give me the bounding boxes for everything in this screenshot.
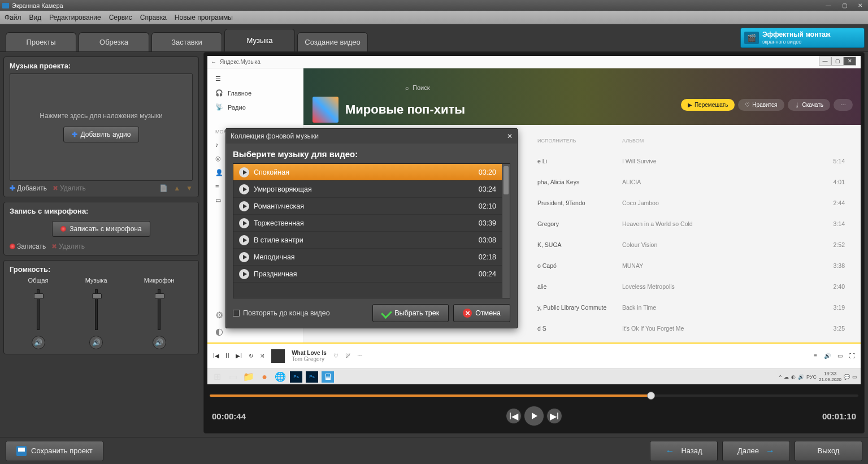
- mute-music-button[interactable]: 🔊: [89, 336, 103, 349]
- yx-track-row[interactable]: y, Public Library CommuteBack in Time3:1…: [537, 298, 853, 317]
- tab-intros[interactable]: Заставки: [151, 32, 222, 51]
- queue-icon[interactable]: ≡: [814, 353, 817, 359]
- tab-projects[interactable]: Проекты: [6, 32, 76, 51]
- nav-main[interactable]: 🎧Главное: [207, 86, 303, 100]
- slider-total[interactable]: [37, 289, 40, 330]
- play-icon[interactable]: [239, 269, 249, 279]
- nav-radio[interactable]: 📡Радио: [207, 100, 303, 114]
- slider-mic[interactable]: [158, 289, 160, 330]
- download-button[interactable]: ⭳ Скачать: [788, 99, 831, 111]
- yx-track-row[interactable]: pha, Alicia KeysALICIA4:01: [537, 172, 853, 192]
- save-project-button[interactable]: Сохранить проект: [6, 441, 103, 461]
- menu-service[interactable]: Сервис: [109, 14, 132, 21]
- photoshop-icon[interactable]: Ps: [290, 371, 302, 383]
- promo-banner[interactable]: 🎬 Эффектный монтаж экранного видео: [740, 28, 865, 48]
- tab-trim[interactable]: Обрезка: [79, 32, 149, 51]
- tab-music[interactable]: Музыка: [224, 29, 295, 51]
- track-row[interactable]: Праздничная00:24: [233, 266, 502, 283]
- taskview-icon[interactable]: ▭: [227, 371, 239, 383]
- add-button[interactable]: ✚Добавить: [10, 184, 47, 192]
- music-drop-area[interactable]: Нажмите здесь для наложения музыки ✚ Доб…: [10, 73, 193, 181]
- menu-new-programs[interactable]: Новые программы: [175, 14, 233, 21]
- next-button-bottom[interactable]: Далее: [722, 441, 790, 461]
- slider-music[interactable]: [95, 289, 98, 330]
- search-field[interactable]: ⌕Поиск: [405, 84, 429, 91]
- back-icon[interactable]: ←: [211, 59, 216, 65]
- like-button[interactable]: ♡ Нравится: [738, 99, 784, 111]
- more-button[interactable]: ⋯: [834, 99, 853, 111]
- record-mic-button[interactable]: Записать с микрофона: [52, 221, 150, 237]
- tray[interactable]: ^☁◐🔊 РУС 19:3321.09.2020 💬▭: [779, 371, 857, 383]
- dislike-icon[interactable]: ♡̸: [345, 353, 350, 359]
- play-icon[interactable]: [239, 218, 249, 228]
- cancel-button[interactable]: ✕ Отмена: [453, 304, 510, 322]
- explorer-icon[interactable]: 📁: [242, 371, 255, 383]
- timeline[interactable]: [210, 389, 858, 402]
- yx-track-row[interactable]: alieLoveless Metropolis2:40: [537, 277, 853, 296]
- more-icon[interactable]: ⋯: [357, 353, 363, 359]
- volume-icon[interactable]: 🔊: [824, 353, 831, 359]
- shuffle-icon[interactable]: ⤨: [260, 353, 264, 359]
- heart-icon[interactable]: ♡: [333, 353, 338, 359]
- maximize-button[interactable]: ▢: [836, 0, 852, 11]
- yx-track-row[interactable]: e LiI Will Survive5:14: [537, 151, 853, 171]
- play-icon[interactable]: [239, 201, 249, 211]
- photoshop2-icon[interactable]: Ps: [306, 371, 318, 383]
- track-row[interactable]: Спокойная03:20: [233, 164, 502, 181]
- exit-button[interactable]: Выход: [795, 441, 862, 461]
- menu-edit[interactable]: Редактирование: [49, 14, 101, 21]
- back-button[interactable]: Назад: [650, 441, 718, 461]
- fullscreen-icon[interactable]: ⛶: [849, 353, 855, 359]
- hamburger-icon[interactable]: ☰: [207, 72, 303, 86]
- track-row[interactable]: В стиле кантри03:08: [233, 232, 502, 249]
- repeat-icon[interactable]: ↻: [249, 353, 253, 359]
- add-audio-button[interactable]: ✚ Добавить аудио: [63, 127, 140, 142]
- yx-track-row[interactable]: d SIt's Ok If You Forget Me3:25: [537, 319, 853, 338]
- yx-track-row[interactable]: o CapóMUNAY3:38: [537, 256, 853, 275]
- next-track-icon[interactable]: ▶I: [236, 353, 242, 359]
- yx-minimize[interactable]: —: [819, 57, 831, 66]
- cast-icon[interactable]: ▭: [837, 353, 843, 359]
- select-track-button[interactable]: Выбрать трек: [372, 304, 449, 322]
- yx-track-row[interactable]: K, SUGAColour Vision2:52: [537, 235, 853, 254]
- move-up-icon[interactable]: ▲: [173, 184, 180, 192]
- mute-total-button[interactable]: 🔊: [32, 336, 45, 349]
- dialog-scrollbar[interactable]: [502, 164, 510, 298]
- menu-help[interactable]: Справка: [140, 14, 167, 21]
- move-down-icon[interactable]: ▼: [186, 184, 193, 192]
- shuffle-button[interactable]: ▶ Перемешать: [681, 99, 735, 111]
- yx-maximize[interactable]: ▢: [831, 57, 844, 66]
- yx-close[interactable]: ✕: [844, 57, 856, 66]
- play-icon[interactable]: [239, 252, 249, 262]
- track-row[interactable]: Торжественная03:39: [233, 215, 502, 232]
- tab-create-video[interactable]: Создание видео: [297, 32, 368, 51]
- track-row[interactable]: Мелодичная02:18: [233, 249, 502, 266]
- close-button[interactable]: ✕: [852, 0, 868, 11]
- chrome-icon[interactable]: 🌐: [274, 371, 287, 383]
- prev-track-icon[interactable]: I◀: [213, 353, 219, 359]
- delete-rec-button[interactable]: ✖Удалить: [51, 242, 85, 250]
- record-button[interactable]: Записать: [10, 242, 46, 250]
- dialog-close-button[interactable]: ✕: [507, 132, 513, 140]
- play-icon[interactable]: [239, 235, 249, 245]
- track-row[interactable]: Умиротворяющая03:24: [233, 181, 502, 198]
- menu-file[interactable]: Файл: [5, 14, 21, 21]
- play-button[interactable]: [524, 406, 544, 426]
- track-row[interactable]: Романтическая02:10: [233, 198, 502, 215]
- delete-button[interactable]: ✖Удалить: [53, 184, 86, 192]
- yx-track-row[interactable]: GregoryHeaven in a World so Cold3:14: [537, 214, 853, 233]
- next-button[interactable]: ▶I: [546, 408, 562, 424]
- mute-mic-button[interactable]: 🔊: [153, 336, 166, 349]
- play-icon[interactable]: [239, 167, 249, 177]
- yx-progress[interactable]: [207, 342, 861, 344]
- menu-view[interactable]: Вид: [29, 14, 42, 21]
- repeat-checkbox[interactable]: Повторять до конца видео: [233, 309, 330, 317]
- yandex-browser-icon[interactable]: ●: [258, 371, 271, 383]
- minimize-button[interactable]: —: [821, 0, 836, 11]
- yx-track-row[interactable]: President, 9TendoCoco Jamboo2:44: [537, 193, 853, 213]
- pause-icon[interactable]: II: [226, 353, 229, 359]
- timeline-knob[interactable]: [647, 392, 655, 400]
- play-icon[interactable]: [239, 184, 249, 194]
- start-icon[interactable]: ⊞: [211, 371, 223, 383]
- screencam-icon[interactable]: 🖥: [322, 371, 334, 383]
